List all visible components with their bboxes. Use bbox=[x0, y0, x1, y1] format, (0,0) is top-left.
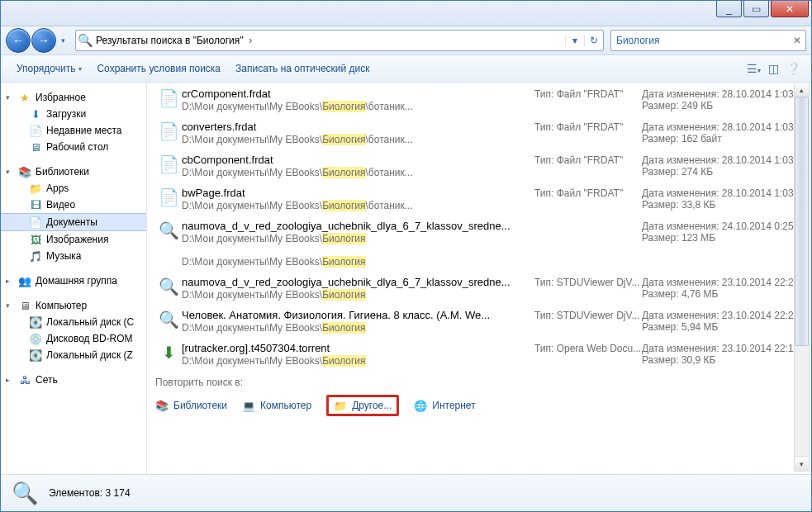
favorites-group[interactable]: ▾★Избранное bbox=[1, 89, 146, 106]
file-type: Тип: STDUViewer DjV... bbox=[534, 276, 642, 301]
burn-disc-button[interactable]: Записать на оптический диск bbox=[228, 63, 378, 74]
homegroup-item[interactable]: ▸👥Домашняя группа bbox=[1, 273, 146, 289]
close-button[interactable]: ✕ bbox=[771, 1, 809, 17]
desktop-icon: 🖥 bbox=[29, 140, 42, 154]
djvu-icon: 🔍 bbox=[155, 309, 182, 334]
expand-icon: ▸ bbox=[6, 376, 14, 384]
clear-search-button[interactable]: ✕ bbox=[789, 35, 805, 46]
result-item[interactable]: 🔍naumova_d_v_red_zoologiya_uchebnik_dlya… bbox=[147, 215, 811, 271]
collapse-icon: ▾ bbox=[6, 301, 14, 310]
result-item[interactable]: 🔍Человек. Анатомия. Физиология. Гигиена.… bbox=[147, 304, 811, 337]
help-button[interactable]: ❔ bbox=[783, 62, 803, 75]
file-path: D:\Мои документы\My EBooks\Биология\бота… bbox=[182, 167, 534, 178]
address-bar[interactable]: 🔍 Результаты поиска в "Биология" › ▾ ↻ bbox=[75, 30, 604, 51]
repeat-opt-icon: 📁 bbox=[334, 399, 347, 412]
network-item[interactable]: ▸🖧Сеть bbox=[1, 372, 146, 388]
file-meta: Дата изменения: 24.10.2014 0:25Размер: 1… bbox=[642, 220, 803, 268]
navigation-pane: ▾★Избранное ⬇Загрузки 📄Недавние места 🖥Р… bbox=[1, 83, 147, 474]
sidebar-item-disk-c[interactable]: 💽Локальный диск (C bbox=[1, 314, 146, 330]
sidebar-item-recent[interactable]: 📄Недавние места bbox=[1, 122, 146, 139]
scrollbar[interactable]: ▴ ▾ bbox=[794, 82, 810, 472]
maximize-button[interactable]: ▭ bbox=[743, 1, 769, 17]
result-item[interactable]: ⬇[rutracker.org].t4507304.torrentD:\Мои … bbox=[147, 337, 811, 370]
file-name: naumova_d_v_red_zoologiya_uchebnik_dlya_… bbox=[182, 220, 534, 232]
minimize-button[interactable]: _ bbox=[716, 1, 742, 17]
search-location-icon: 🔍 bbox=[76, 33, 94, 48]
pdf-icon: 🔍 bbox=[155, 220, 182, 268]
file-type: Тип: Файл "FRDAT" bbox=[534, 154, 642, 178]
file-meta: Дата изменения: 28.10.2014 1:03Размер: 2… bbox=[642, 154, 803, 178]
result-item[interactable]: 🔍naumova_d_v_red_zoologiya_uchebnik_dlya… bbox=[147, 271, 811, 304]
file-path: D:\Мои документы\My EBooks\Биология\бота… bbox=[182, 200, 534, 211]
forward-button[interactable]: → bbox=[31, 28, 56, 53]
file-name: converters.frdat bbox=[182, 121, 534, 133]
file-path: D:\Мои документы\My EBooks\Биология bbox=[182, 233, 534, 244]
computer-group[interactable]: ▾🖥Компьютер bbox=[1, 297, 146, 314]
sidebar-item-music[interactable]: 🎵Музыка bbox=[1, 248, 146, 264]
item-count: Элементов: 3 174 bbox=[49, 487, 131, 499]
arrow-right-icon: → bbox=[38, 34, 50, 47]
sidebar-item-downloads[interactable]: ⬇Загрузки bbox=[1, 106, 146, 122]
repeat-opt-internet[interactable]: 🌐Интернет bbox=[414, 399, 475, 412]
result-item[interactable]: 📄cbComponent.frdatD:\Мои документы\My EB… bbox=[147, 149, 811, 182]
result-item[interactable]: 📄converters.frdatD:\Мои документы\My EBo… bbox=[147, 116, 811, 149]
torrent-icon: ⬇ bbox=[155, 342, 182, 367]
video-icon: 🎞 bbox=[29, 198, 42, 211]
file-path-extra: D:\Мои документы\My EBooks\Биология bbox=[182, 256, 534, 268]
file-meta: Дата изменения: 23.10.2014 22:16Размер: … bbox=[642, 342, 803, 367]
file-type bbox=[534, 220, 642, 268]
folder-icon: 📁 bbox=[29, 182, 42, 195]
sidebar-item-pictures[interactable]: 🖼Изображения bbox=[1, 231, 146, 248]
refresh-button[interactable]: ↻ bbox=[584, 35, 603, 46]
preview-pane-button[interactable]: ◫ bbox=[763, 62, 783, 75]
file-name: cbComponent.frdat bbox=[182, 154, 534, 166]
result-item[interactable]: 📄crComponent.frdatD:\Мои документы\My EB… bbox=[147, 83, 811, 116]
file-path: D:\Мои документы\My EBooks\Биология\бота… bbox=[182, 101, 534, 112]
save-search-button[interactable]: Сохранить условия поиска bbox=[89, 63, 228, 74]
minimize-icon: _ bbox=[726, 3, 732, 15]
file-type: Тип: Файл "FRDAT" bbox=[534, 121, 642, 145]
homegroup-icon: 👥 bbox=[18, 274, 31, 287]
sidebar-item-video[interactable]: 🎞Видео bbox=[1, 197, 146, 213]
scroll-thumb[interactable] bbox=[795, 97, 809, 346]
sidebar-item-desktop[interactable]: 🖥Рабочий стол bbox=[1, 139, 146, 155]
file-meta: Дата изменения: 28.10.2014 1:03Размер: 1… bbox=[642, 121, 803, 145]
expand-icon: ▸ bbox=[6, 277, 14, 285]
result-item[interactable]: 📄bwPage.frdatD:\Мои документы\My EBooks\… bbox=[147, 182, 811, 215]
repeat-opt-other[interactable]: 📁Другое... bbox=[326, 395, 399, 416]
search-box[interactable]: ✕ bbox=[610, 30, 806, 51]
back-button[interactable]: ← bbox=[6, 28, 31, 53]
chevron-down-icon: ▾ bbox=[61, 36, 65, 45]
sidebar-item-disk-z[interactable]: 💽Локальный диск (Z bbox=[1, 347, 146, 363]
repeat-opt-libraries[interactable]: 📚Библиотеки bbox=[155, 399, 227, 412]
sidebar-item-documents[interactable]: 📄Документы bbox=[1, 213, 146, 231]
search-input[interactable] bbox=[611, 35, 789, 46]
sidebar-item-apps[interactable]: 📁Apps bbox=[1, 180, 146, 197]
network-icon: 🖧 bbox=[18, 373, 31, 386]
repeat-opt-icon: 💻 bbox=[242, 399, 255, 412]
scroll-up-button[interactable]: ▴ bbox=[795, 83, 809, 97]
file-path: D:\Мои документы\My EBooks\Биология bbox=[182, 355, 534, 367]
organize-menu[interactable]: Упорядочить▾ bbox=[9, 63, 89, 74]
chevron-down-icon: ▾ bbox=[78, 65, 82, 73]
libraries-group[interactable]: ▾📚Библиотеки bbox=[1, 164, 146, 180]
sidebar-item-bdrom[interactable]: 💿Дисковод BD-ROM bbox=[1, 330, 146, 347]
repeat-opt-computer[interactable]: 💻Компьютер bbox=[242, 399, 311, 412]
download-icon: ⬇ bbox=[29, 107, 42, 121]
repeat-search-label: Повторить поиск в: bbox=[147, 370, 811, 391]
arrow-left-icon: ← bbox=[12, 34, 24, 47]
address-dropdown[interactable]: ▾ bbox=[565, 35, 584, 46]
star-icon: ★ bbox=[18, 91, 31, 104]
file-path: D:\Мои документы\My EBooks\Биология bbox=[182, 289, 534, 301]
file-icon: 📄 bbox=[155, 154, 182, 178]
file-name: bwPage.frdat bbox=[182, 187, 534, 199]
view-mode-button[interactable]: ☰▾ bbox=[743, 62, 763, 75]
scroll-down-button[interactable]: ▾ bbox=[795, 456, 809, 471]
history-dropdown[interactable]: ▾ bbox=[58, 31, 69, 50]
results-list: 📄crComponent.frdatD:\Мои документы\My EB… bbox=[147, 83, 811, 474]
file-type: Тип: Файл "FRDAT" bbox=[534, 187, 642, 211]
libraries-icon: 📚 bbox=[18, 165, 31, 178]
file-type: Тип: Файл "FRDAT" bbox=[534, 88, 642, 112]
file-meta: Дата изменения: 28.10.2014 1:03Размер: 2… bbox=[642, 88, 803, 112]
close-icon: ✕ bbox=[786, 3, 794, 15]
